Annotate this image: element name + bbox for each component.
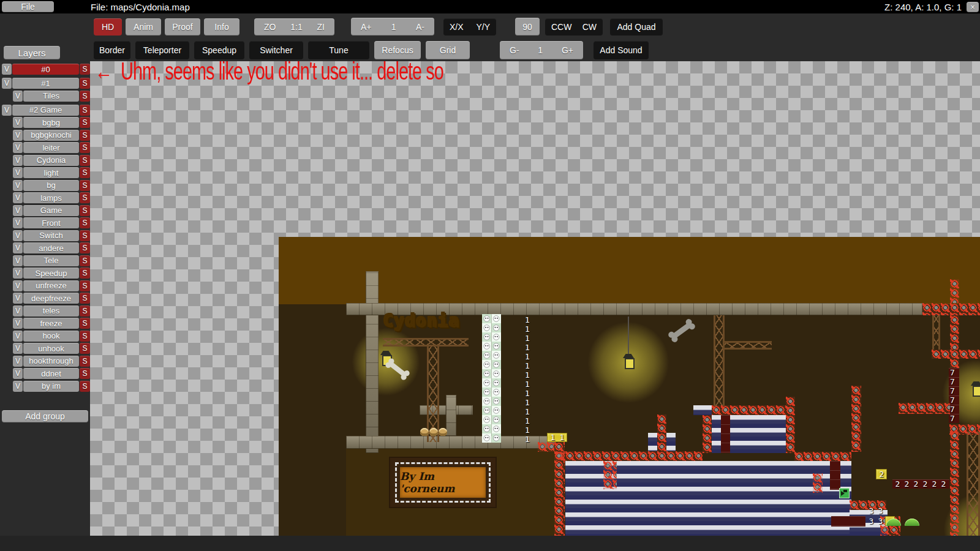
layer-label[interactable]: Tiles [23, 91, 79, 102]
layer-solo-toggle[interactable]: S [80, 230, 90, 241]
layer-solo-toggle[interactable]: S [80, 305, 90, 317]
layer-solo-toggle[interactable]: S [80, 167, 90, 178]
layer-label[interactable]: deepfreeze [23, 293, 79, 304]
layer-label[interactable]: #1 [12, 78, 79, 89]
layer-visibility-toggle[interactable]: V [13, 142, 23, 153]
layer-label[interactable]: bgbg [23, 117, 79, 128]
rotate-amount-button[interactable]: 90 [515, 18, 540, 36]
layer-label[interactable]: Tele [23, 255, 79, 266]
layer-visibility-toggle[interactable]: V [13, 217, 23, 228]
layer-label[interactable]: Speedup [23, 268, 79, 279]
layer-label[interactable]: by im [23, 381, 79, 392]
layer-visibility-toggle[interactable]: V [2, 105, 12, 116]
layer-solo-toggle[interactable]: S [80, 368, 90, 379]
layer-visibility-toggle[interactable]: V [13, 381, 23, 392]
layer-solo-toggle[interactable]: S [80, 217, 90, 228]
add-quad-button[interactable]: Add Quad [610, 18, 663, 36]
layer-visibility-toggle[interactable]: V [13, 117, 23, 128]
border-button[interactable]: Border [94, 41, 130, 59]
layer-label[interactable]: leiter [23, 142, 79, 153]
flip-x-button[interactable]: X/X [450, 22, 464, 32]
layer-solo-toggle[interactable]: S [80, 381, 90, 392]
layer-solo-toggle[interactable]: S [80, 142, 90, 153]
close-icon[interactable]: × [967, 2, 979, 12]
layer-solo-toggle[interactable]: S [80, 155, 90, 166]
add-group-button[interactable]: Add group [2, 410, 88, 422]
layer-solo-toggle[interactable]: S [80, 293, 90, 304]
layer-visibility-toggle[interactable]: V [13, 280, 23, 291]
layer-solo-toggle[interactable]: S [80, 268, 90, 279]
layer-label[interactable]: freeze [23, 318, 79, 329]
layer-visibility-toggle[interactable]: V [13, 255, 23, 266]
layer-label[interactable]: hookthrough [23, 356, 79, 367]
layer-solo-toggle[interactable]: S [80, 105, 90, 116]
layer-solo-toggle[interactable]: S [80, 180, 90, 191]
map-canvas[interactable]: ← Uhm, seems like you didn't use it... d… [90, 61, 980, 536]
layer-label[interactable]: #0 [12, 64, 79, 75]
anim-toggle-button[interactable]: Anim [126, 18, 161, 36]
layer-visibility-toggle[interactable]: V [13, 293, 23, 304]
layer-visibility-toggle[interactable]: V [13, 230, 23, 241]
layer-solo-toggle[interactable]: S [80, 91, 90, 102]
layer-visibility-toggle[interactable]: V [13, 205, 23, 216]
hd-toggle-button[interactable]: HD [94, 18, 122, 36]
layer-label[interactable]: Switch [23, 230, 79, 241]
layer-visibility-toggle[interactable]: V [13, 130, 23, 141]
layer-visibility-toggle[interactable]: V [13, 192, 23, 203]
tune-button[interactable]: Tune [308, 41, 369, 59]
layer-visibility-toggle[interactable]: V [13, 318, 23, 329]
layer-label[interactable]: #2 Game [12, 105, 79, 116]
layer-solo-toggle[interactable]: S [80, 64, 90, 75]
layer-solo-toggle[interactable]: S [80, 255, 90, 266]
layer-label[interactable]: light [23, 167, 79, 178]
layer-label[interactable]: ddnet [23, 368, 79, 379]
zoom-in-button[interactable]: ZI [317, 22, 325, 32]
rotate-cw-button[interactable]: CW [582, 22, 597, 32]
anim-slower-button[interactable]: A- [416, 22, 424, 32]
flip-y-button[interactable]: Y/Y [476, 22, 490, 32]
layer-label[interactable]: teles [23, 305, 79, 317]
layer-label[interactable]: bg [23, 180, 79, 191]
layer-visibility-toggle[interactable]: V [13, 368, 23, 379]
layer-solo-toggle[interactable]: S [80, 331, 90, 342]
layer-solo-toggle[interactable]: S [80, 356, 90, 367]
file-menu-button[interactable]: File [2, 1, 54, 12]
layer-label[interactable]: unfreeze [23, 280, 79, 291]
layer-visibility-toggle[interactable]: V [13, 331, 23, 342]
grid-minus-button[interactable]: G- [510, 45, 519, 55]
layer-solo-toggle[interactable]: S [80, 130, 90, 141]
layer-label[interactable]: Cydonia [23, 155, 79, 166]
layer-solo-toggle[interactable]: S [80, 192, 90, 203]
layer-visibility-toggle[interactable]: V [2, 64, 12, 75]
layer-visibility-toggle[interactable]: V [13, 242, 23, 253]
layer-visibility-toggle[interactable]: V [13, 155, 23, 166]
layer-visibility-toggle[interactable]: V [13, 91, 23, 102]
teleporter-button[interactable]: Teleporter [135, 41, 189, 59]
layer-label[interactable]: lamps [23, 192, 79, 203]
layer-visibility-toggle[interactable]: V [2, 78, 12, 89]
layer-solo-toggle[interactable]: S [80, 242, 90, 253]
info-toggle-button[interactable]: Info [204, 18, 239, 36]
layer-solo-toggle[interactable]: S [80, 78, 90, 89]
layer-label[interactable]: hook [23, 331, 79, 342]
zoom-reset-button[interactable]: 1:1 [290, 22, 302, 32]
layer-visibility-toggle[interactable]: V [13, 343, 23, 354]
grid-plus-button[interactable]: G+ [562, 45, 573, 55]
proof-toggle-button[interactable]: Proof [165, 18, 200, 36]
add-sound-button[interactable]: Add Sound [594, 41, 649, 59]
layer-solo-toggle[interactable]: S [80, 280, 90, 291]
layer-label[interactable]: Game [23, 205, 79, 216]
speedup-button[interactable]: Speedup [194, 41, 244, 59]
layer-label[interactable]: Front [23, 217, 79, 228]
layer-label[interactable]: andere [23, 242, 79, 253]
layer-visibility-toggle[interactable]: V [13, 305, 23, 317]
layer-solo-toggle[interactable]: S [80, 318, 90, 329]
anim-faster-button[interactable]: A+ [361, 22, 372, 32]
layer-visibility-toggle[interactable]: V [13, 167, 23, 178]
layer-visibility-toggle[interactable]: V [13, 356, 23, 367]
layer-solo-toggle[interactable]: S [80, 117, 90, 128]
zoom-out-button[interactable]: ZO [264, 22, 276, 32]
layer-label[interactable]: unhook [23, 343, 79, 354]
layer-visibility-toggle[interactable]: V [13, 268, 23, 279]
layer-visibility-toggle[interactable]: V [13, 180, 23, 191]
